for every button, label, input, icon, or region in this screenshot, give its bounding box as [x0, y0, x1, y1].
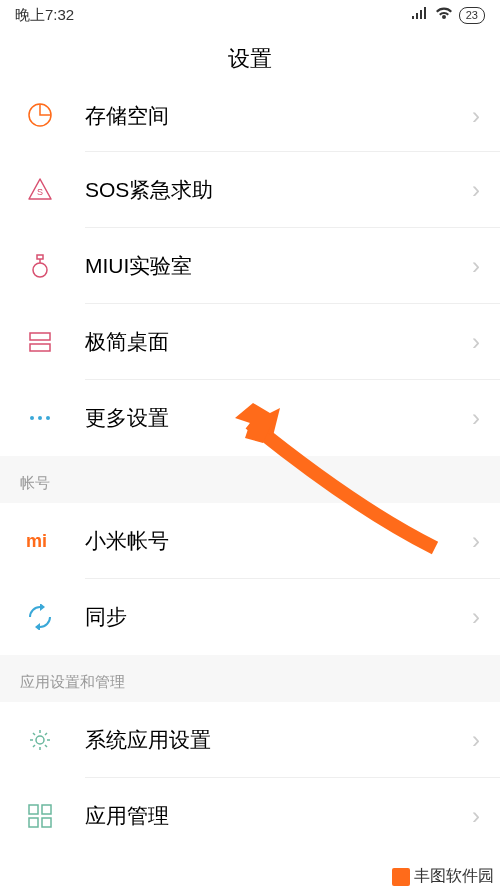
chevron-right-icon: ›: [472, 726, 480, 754]
svg-point-9: [46, 416, 50, 420]
svg-text:S: S: [37, 187, 43, 197]
chevron-right-icon: ›: [472, 102, 480, 130]
svg-rect-12: [29, 805, 38, 814]
battery-icon: 23: [459, 7, 485, 24]
chevron-right-icon: ›: [472, 527, 480, 555]
section-account: 帐号: [0, 456, 500, 503]
chevron-right-icon: ›: [472, 176, 480, 204]
chevron-right-icon: ›: [472, 404, 480, 432]
wifi-icon: [435, 7, 453, 24]
watermark-text: 丰图软件园: [414, 866, 494, 887]
svg-rect-15: [42, 818, 51, 827]
svg-point-2: [33, 263, 47, 277]
item-label: 应用管理: [85, 802, 472, 830]
status-bar: 晚上7:32 23: [0, 0, 500, 30]
svg-point-8: [38, 416, 42, 420]
simple-desktop-icon: [20, 329, 60, 355]
item-label: 系统应用设置: [85, 726, 472, 754]
svg-text:mi: mi: [26, 531, 47, 551]
item-label: 更多设置: [85, 404, 472, 432]
section-apps: 应用设置和管理: [0, 655, 500, 702]
chevron-right-icon: ›: [472, 802, 480, 830]
apps-list: 系统应用设置 › 应用管理 ›: [0, 702, 500, 854]
storage-icon: [20, 102, 60, 128]
item-label: SOS紧急求助: [85, 176, 472, 204]
chevron-right-icon: ›: [472, 328, 480, 356]
sos-icon: S: [20, 177, 60, 203]
svg-point-7: [30, 416, 34, 420]
item-label: 同步: [85, 603, 472, 631]
mi-icon: mi: [20, 531, 60, 551]
item-label: 存储空间: [85, 102, 472, 130]
watermark: 丰图软件园: [386, 864, 500, 889]
item-simple-desktop[interactable]: 极简桌面 ›: [0, 304, 500, 380]
svg-rect-3: [37, 255, 43, 259]
item-label: MIUI实验室: [85, 252, 472, 280]
item-system-apps[interactable]: 系统应用设置 ›: [0, 702, 500, 778]
item-mi-account[interactable]: mi 小米帐号 ›: [0, 503, 500, 579]
sync-icon: [20, 604, 60, 630]
svg-rect-14: [29, 818, 38, 827]
chevron-right-icon: ›: [472, 252, 480, 280]
more-icon: [20, 414, 60, 422]
status-right: 23: [411, 7, 485, 24]
status-time: 晚上7:32: [15, 6, 74, 25]
svg-rect-5: [30, 333, 50, 340]
svg-rect-13: [42, 805, 51, 814]
item-sos[interactable]: S SOS紧急求助 ›: [0, 152, 500, 228]
svg-rect-6: [30, 344, 50, 351]
svg-point-11: [36, 736, 44, 744]
item-label: 极简桌面: [85, 328, 472, 356]
lab-icon: [20, 253, 60, 279]
watermark-logo-icon: [392, 868, 410, 886]
signal-icon: [411, 7, 429, 24]
item-sync[interactable]: 同步 ›: [0, 579, 500, 655]
item-label: 小米帐号: [85, 527, 472, 555]
item-lab[interactable]: MIUI实验室 ›: [0, 228, 500, 304]
settings-list: 存储空间 › S SOS紧急求助 › MIUI实验室 › 极简桌面 › 更多设置…: [0, 96, 500, 456]
item-app-management[interactable]: 应用管理 ›: [0, 778, 500, 854]
grid-icon: [20, 803, 60, 829]
account-list: mi 小米帐号 › 同步 ›: [0, 503, 500, 655]
item-storage[interactable]: 存储空间 ›: [0, 96, 500, 152]
chevron-right-icon: ›: [472, 603, 480, 631]
item-more-settings[interactable]: 更多设置 ›: [0, 380, 500, 456]
gear-icon: [20, 727, 60, 753]
page-title: 设置: [0, 30, 500, 96]
